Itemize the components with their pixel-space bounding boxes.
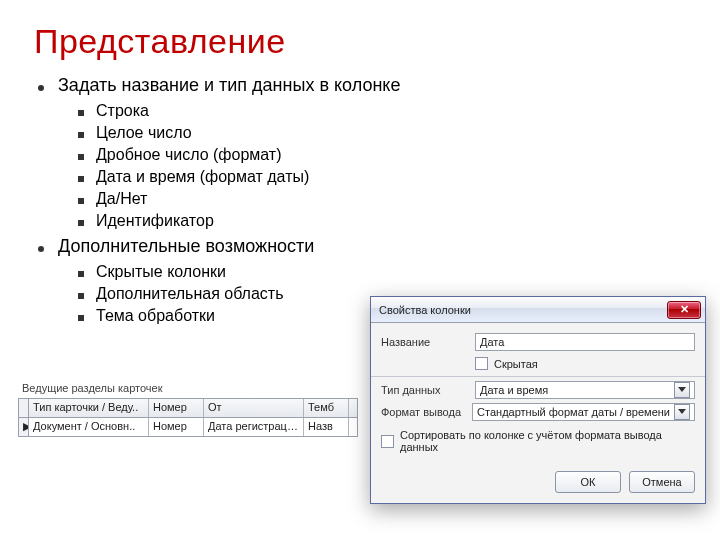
square-bullet-icon <box>78 293 84 299</box>
square-bullet-icon <box>78 271 84 277</box>
grid-header[interactable]: От <box>204 399 304 417</box>
square-bullet-icon <box>78 132 84 138</box>
sublist-1: Строка Целое число Дробное число (формат… <box>78 102 686 230</box>
sub-item: Идентификатор <box>96 212 214 230</box>
grid-cell[interactable]: Номер <box>149 418 204 436</box>
sub-item: Скрытые колонки <box>96 263 226 281</box>
sub-item: Дата и время (формат даты) <box>96 168 309 186</box>
type-label: Тип данных <box>381 384 475 396</box>
sub-item: Дробное число (формат) <box>96 146 282 164</box>
sub-item: Целое число <box>96 124 192 142</box>
columns-grid[interactable]: Тип карточки / Веду.. Номер От Темб ▶ До… <box>18 398 358 437</box>
sub-item: Да/Нет <box>96 190 147 208</box>
divider <box>371 376 705 377</box>
cancel-button[interactable]: Отмена <box>629 471 695 493</box>
square-bullet-icon <box>78 154 84 160</box>
sort-label: Сортировать по колонке с учётом формата … <box>400 429 695 453</box>
dropdown-button[interactable] <box>674 382 690 398</box>
square-bullet-icon <box>78 198 84 204</box>
close-icon: ✕ <box>680 303 689 316</box>
square-bullet-icon <box>78 176 84 182</box>
format-dropdown[interactable]: Стандартный формат даты / времени <box>472 403 695 421</box>
name-field[interactable]: Дата <box>475 333 695 351</box>
name-value: Дата <box>480 336 690 348</box>
grid-cell[interactable]: Документ / Основн.. <box>29 418 149 436</box>
grid-cell[interactable]: Дата регистрации <box>204 418 304 436</box>
grid-header[interactable]: Номер <box>149 399 204 417</box>
sub-item: Дополнительная область <box>96 285 284 303</box>
grid-cell[interactable]: Назв <box>304 418 349 436</box>
dialog-title: Свойства колонки <box>379 304 471 316</box>
ok-button[interactable]: ОК <box>555 471 621 493</box>
chevron-down-icon <box>678 409 686 415</box>
close-button[interactable]: ✕ <box>667 301 701 319</box>
bullet-2: Дополнительные возможности <box>58 236 314 257</box>
row-selector-icon[interactable]: ▶ <box>19 418 29 436</box>
bullet-icon <box>38 246 44 252</box>
sub-item: Строка <box>96 102 149 120</box>
name-label: Название <box>381 336 475 348</box>
grid-header[interactable]: Темб <box>304 399 349 417</box>
column-properties-dialog: Свойства колонки ✕ Название Дата Скрытая… <box>370 296 706 504</box>
sub-item: Тема обработки <box>96 307 215 325</box>
square-bullet-icon <box>78 110 84 116</box>
chevron-down-icon <box>678 387 686 393</box>
hidden-checkbox[interactable] <box>475 357 488 370</box>
slide-title: Представление <box>34 22 686 61</box>
hidden-label: Скрытая <box>494 358 538 370</box>
grid-header[interactable]: Тип карточки / Веду.. <box>29 399 149 417</box>
sort-checkbox[interactable] <box>381 435 394 448</box>
bullet-1: Задать название и тип данных в колонке <box>58 75 400 96</box>
format-label: Формат вывода <box>381 406 472 418</box>
square-bullet-icon <box>78 315 84 321</box>
format-value: Стандартный формат даты / времени <box>477 406 670 418</box>
bullet-icon <box>38 85 44 91</box>
type-dropdown[interactable]: Дата и время <box>475 381 695 399</box>
dropdown-button[interactable] <box>674 404 690 420</box>
square-bullet-icon <box>78 220 84 226</box>
type-value: Дата и время <box>480 384 670 396</box>
